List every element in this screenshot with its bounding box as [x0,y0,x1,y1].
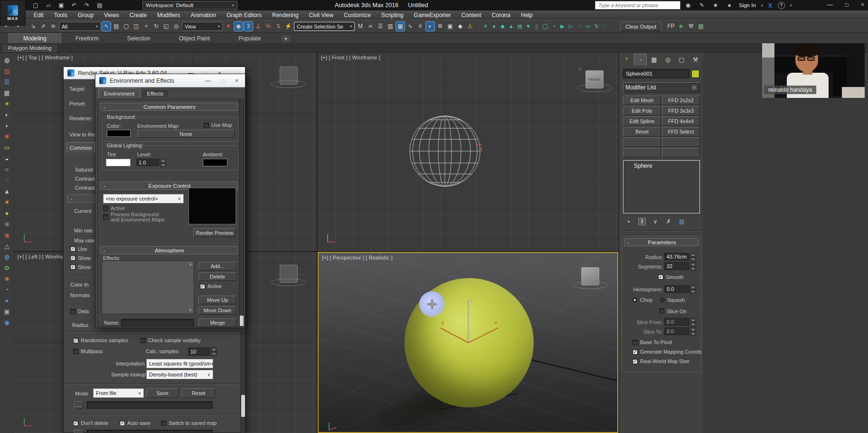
menu-item[interactable]: GameExporter [409,12,456,19]
hemisphere-spinner[interactable]: ▴▾ [690,285,696,293]
slice-from-field[interactable]: 0.0 [664,318,689,326]
segments-spinner[interactable]: ▴▾ [690,262,696,270]
fur-icon[interactable]: ❀ [4,275,9,283]
render-preview-button[interactable]: Render Preview [193,228,236,237]
restore-button[interactable]: □ [845,1,849,8]
warning-icon[interactable]: ⚠ [466,22,474,31]
menu-item[interactable]: Civil View [303,12,339,19]
teapot-icon[interactable]: ◍ [4,57,9,64]
unlink-selection-icon[interactable]: ⇗ [39,22,47,31]
select-and-rotate-icon[interactable]: ↻ [152,22,160,31]
modifier-button[interactable] [662,148,700,157]
environment-effects-dialog[interactable]: Environment and Effects — □ × Environmen… [95,74,245,328]
vray-loop-icon[interactable]: ↻ [593,22,600,31]
ribbon-tab[interactable]: Object Paint [165,34,224,43]
sun-icon[interactable]: ☀ [4,199,10,206]
modifier-button[interactable] [623,148,661,157]
delete-effect-button[interactable]: Delete [198,272,236,281]
curve-editor-icon[interactable]: ∿ [406,22,415,31]
ribbon-tab[interactable]: Freeform [61,34,113,43]
app-menu-button[interactable]: MAX [0,0,26,26]
select-ball-icon[interactable]: ◉ [4,319,9,327]
hemisphere-field[interactable]: 0.0 [664,285,689,293]
ribbon-tab[interactable]: Selection [113,34,164,43]
interpolation-dropdown[interactable]: Least squares fit (good/sm∨ [146,359,213,368]
scrollbar[interactable] [239,99,244,326]
mirror-icon[interactable]: M [356,22,365,31]
environment-tab[interactable]: Environment [98,88,140,98]
vray-proxy-icon[interactable]: ▲ [508,22,515,31]
trees-icon[interactable]: ♣ [677,22,685,31]
select-object-icon[interactable]: ↖ [102,22,111,31]
real-world-map-size-checkbox[interactable]: ✓ [632,359,638,364]
select-and-link-icon[interactable]: ⇘ [29,22,38,31]
process-background-checkbox[interactable] [103,214,108,220]
vray-lamp-icon[interactable]: ◌ [602,22,609,31]
auto-save-checkbox[interactable]: ✓ [120,421,125,426]
calc-samples-spinner[interactable]: ▴▾ [211,347,217,356]
menu-item[interactable]: Group [73,12,99,19]
dont-delete-checkbox[interactable]: ✓ [73,421,78,426]
vray-dots-icon[interactable]: ∴ [576,22,583,31]
list-scrollbar[interactable]: ∧ ∨ [188,261,193,313]
radius-spinner[interactable]: ▴▾ [690,253,696,260]
file-path-field[interactable] [86,401,213,409]
common-parameters-header[interactable]: - Common Parameters [100,103,238,111]
show-end-result-icon[interactable]: ‖ [638,218,646,225]
background-color-swatch[interactable] [107,130,131,137]
bind-to-space-warp-icon[interactable]: ≋ [49,22,57,31]
chevron-down-icon[interactable]: ▾ [761,3,763,8]
new-file-icon[interactable]: ▢ [31,1,40,10]
window-crossing-icon[interactable]: ◫ [132,22,141,31]
select-and-place-icon[interactable]: ◎ [172,22,180,31]
wireframe-sphere[interactable] [407,113,483,189]
modifier-button[interactable] [662,137,700,147]
undo-icon[interactable]: ↶ [70,1,78,10]
object-color-swatch[interactable] [691,70,699,78]
viewport-front[interactable]: [+] [ Front ] [ Wireframe ] FRONT [318,53,618,251]
use-center-icon[interactable]: ▼ [224,22,233,31]
close-button[interactable]: × [861,1,864,8]
ball-icon[interactable]: ● [5,297,9,305]
menu-item[interactable]: Customize [339,12,376,19]
menu-item[interactable]: Modifiers [152,12,186,19]
menu-item[interactable]: Scripting [376,12,409,19]
profile-icon[interactable]: ● [725,1,734,10]
scrollbar-handle[interactable] [240,316,244,326]
ribbon-toggle-icon[interactable]: ▦ [396,22,405,31]
ambient-swatch[interactable] [203,159,227,166]
viewport-perspective-label[interactable]: [+] [ Perspective ] [ Realistic ] [322,255,393,260]
rect-selection-region-icon[interactable]: ▢ [122,22,131,31]
vray-frame-icon[interactable]: ▭ [585,22,592,31]
schematic-view-icon[interactable]: # [416,22,425,31]
cone-icon[interactable]: ▲ [4,188,10,195]
render-setup-icon[interactable]: ⚙ [436,22,444,31]
vray-list-icon[interactable]: ▤ [516,22,523,31]
forest-pack-icon[interactable]: FP [667,22,675,31]
light-icon[interactable]: ☀ [4,100,10,108]
exchange-apps-icon[interactable]: X [768,2,773,9]
viewcube[interactable] [280,265,298,283]
modifier-button[interactable]: Edit Poly [623,106,661,115]
list-icon[interactable]: ▤ [697,22,705,31]
sign-in-button[interactable]: Sign In [739,2,756,8]
slice-from-spinner[interactable]: ▴▾ [690,318,696,326]
modifier-button[interactable]: FFD 3x3x3 [662,106,700,115]
project-folder-icon[interactable]: ▤ [95,1,104,10]
list-icon[interactable]: ☰ [4,78,10,86]
dome-icon[interactable]: ◒ [5,155,9,163]
half-sphere-icon[interactable]: ◗ [5,122,9,130]
planet-icon[interactable]: ◍ [4,253,9,261]
menu-item[interactable]: Create [124,12,152,19]
modifier-button[interactable]: Bevel [623,127,661,136]
teapot-outline-icon[interactable]: ◌ [5,177,9,184]
effects-tab[interactable]: Effects [142,89,169,98]
remove-modifier-icon[interactable]: ✗ [665,218,672,225]
exposure-active-checkbox[interactable] [103,206,108,211]
detail-checkbox[interactable] [70,309,75,314]
reference-coordinate-dropdown[interactable]: View▾ [182,22,223,31]
close-button[interactable]: × [235,77,238,84]
open-file-icon[interactable]: ▱ [44,1,53,10]
move-down-button[interactable]: Move Down [198,306,236,315]
add-effect-button[interactable]: Add... [198,262,236,270]
